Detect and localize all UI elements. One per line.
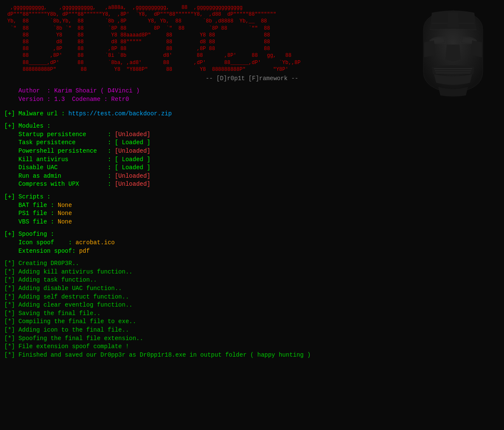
- terminal-window: ,gggggggggg, ,gggggggggg, ,a888a, ,ggggg…: [0, 0, 504, 366]
- modules-block: [+] Modules : Startup persistence : [Unl…: [4, 122, 500, 189]
- module-item: Startup persistence : [Unloaded]: [4, 131, 500, 139]
- progress-block: [*] Creating DR0P3R..[*] Adding kill ant…: [4, 260, 500, 359]
- progress-line-item: [*] File extension spoof complate !: [4, 343, 500, 351]
- scripts-list: BAT file : None PS1 file : None VBS file…: [4, 201, 500, 226]
- module-item: Disable UAC : [ Loaded ]: [4, 164, 500, 172]
- scripts-block: [+] Scripts : BAT file : None PS1 file :…: [4, 193, 500, 226]
- malware-url-link[interactable]: https://test.com/backdoor.zip: [68, 110, 172, 117]
- script-item: PS1 file : None: [4, 209, 500, 218]
- progress-line-item: [*] Creating DR0P3R..: [4, 260, 500, 268]
- progress-line-item: [*] Finished and saved our Dr0pp3r as Dr…: [4, 351, 500, 360]
- spoofing-header: [+] Spoofing :: [4, 230, 500, 239]
- spoofing-item: Icon spoof : acrobat.ico: [4, 239, 500, 247]
- module-item: Task persistence : [ Loaded ]: [4, 139, 500, 147]
- spoofing-item: Extension spoof: pdf: [4, 247, 500, 256]
- progress-line-item: [*] Adding task function..: [4, 276, 500, 285]
- module-item: Run as admin : [Unloaded]: [4, 172, 500, 181]
- scripts-header: [+] Scripts :: [4, 193, 500, 201]
- progress-line-item: [*] Adding icon to the final file..: [4, 326, 500, 335]
- spoofing-list: Icon spoof : acrobat.ico Extension spoof…: [4, 239, 500, 255]
- progress-line-item: [*] Saving the final file..: [4, 310, 500, 318]
- script-item: BAT file : None: [4, 201, 500, 210]
- progress-line-item: [*] Adding kill antivirus function..: [4, 268, 500, 276]
- malware-url-label: [+] Malware url :: [4, 110, 65, 117]
- progress-line-item: [*] Compiling the final file to exe..: [4, 318, 500, 326]
- modules-header: [+] Modules :: [4, 122, 500, 131]
- progress-list: [*] Creating DR0P3R..[*] Adding kill ant…: [4, 260, 500, 359]
- module-item: Compress with UPX : [Unloaded]: [4, 180, 500, 189]
- progress-line-item: [*] Adding disable UAC function..: [4, 285, 500, 293]
- modules-list: Startup persistence : [Unloaded] Task pe…: [4, 131, 500, 189]
- spoofing-block: [+] Spoofing : Icon spoof : acrobat.ico …: [4, 230, 500, 255]
- progress-line-item: [*] Spoofing the final file extension..: [4, 335, 500, 343]
- script-item: VBS file : None: [4, 218, 500, 226]
- progress-line-item: [*] Adding self destruct function..: [4, 293, 500, 302]
- module-item: Kill antivirus : [ Loaded ]: [4, 156, 500, 164]
- module-item: Powershell persistence : [Unloaded]: [4, 147, 500, 156]
- iron-man-image: [411, 4, 496, 114]
- progress-line-item: [*] Adding clear eventlog function..: [4, 301, 500, 310]
